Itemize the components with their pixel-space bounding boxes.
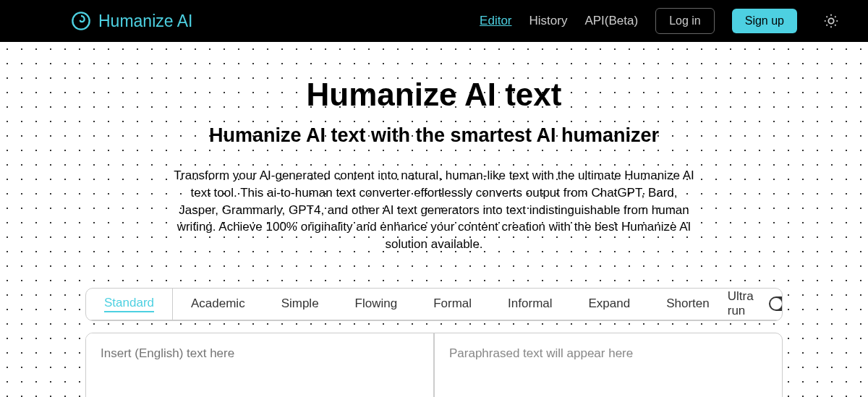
- tabs-row: Standard Academic Simple Flowing Formal …: [86, 289, 782, 320]
- signup-button[interactable]: Sign up: [732, 9, 797, 33]
- svg-line-4: [827, 17, 827, 17]
- header: Humanize AI Editor History API(Beta) Log…: [0, 0, 868, 42]
- tab-simple[interactable]: Simple: [263, 288, 337, 320]
- toggle-knob: [770, 298, 782, 310]
- login-button[interactable]: Log in: [655, 8, 715, 34]
- nav-api[interactable]: API(Beta): [584, 14, 638, 28]
- tab-shorten[interactable]: Shorten: [648, 288, 728, 320]
- tab-informal[interactable]: Informal: [490, 288, 570, 320]
- nav-history[interactable]: History: [529, 14, 568, 28]
- logo-icon: [71, 11, 91, 31]
- svg-line-8: [827, 25, 827, 25]
- ultra-run-toggle[interactable]: [769, 296, 783, 311]
- tab-flowing[interactable]: Flowing: [337, 288, 416, 320]
- theme-toggle-icon[interactable]: [823, 13, 839, 29]
- tabs-list: Standard Academic Simple Flowing Formal …: [86, 288, 728, 320]
- text-areas: Paraphrased text will appear here: [85, 333, 783, 397]
- editor-tabs-container: Standard Academic Simple Flowing Formal …: [85, 288, 783, 321]
- tab-academic[interactable]: Academic: [173, 288, 263, 320]
- ultra-run-label: Ultra run: [728, 289, 762, 318]
- hero-title: Humanize AI text: [0, 77, 868, 113]
- nav-section: Editor History API(Beta) Log in Sign up: [480, 8, 839, 34]
- ultra-run-control: Ultra run: [728, 289, 783, 318]
- hero-subtitle: Humanize AI text with the smartest AI hu…: [0, 124, 868, 147]
- tab-formal[interactable]: Formal: [415, 288, 490, 320]
- hero-description: Transform your AI-generated content into…: [159, 167, 709, 253]
- logo-section[interactable]: Humanize AI: [71, 11, 192, 31]
- tab-expand[interactable]: Expand: [571, 288, 649, 320]
- logo-text: Humanize AI: [98, 12, 192, 31]
- tab-standard[interactable]: Standard: [86, 288, 173, 320]
- input-textarea[interactable]: [86, 333, 434, 397]
- content: Humanize AI text Humanize AI text with t…: [0, 42, 868, 397]
- svg-line-9: [835, 17, 835, 17]
- output-area: Paraphrased text will appear here: [434, 333, 782, 397]
- nav-editor[interactable]: Editor: [480, 14, 511, 28]
- svg-line-5: [835, 25, 835, 25]
- svg-point-1: [828, 18, 833, 23]
